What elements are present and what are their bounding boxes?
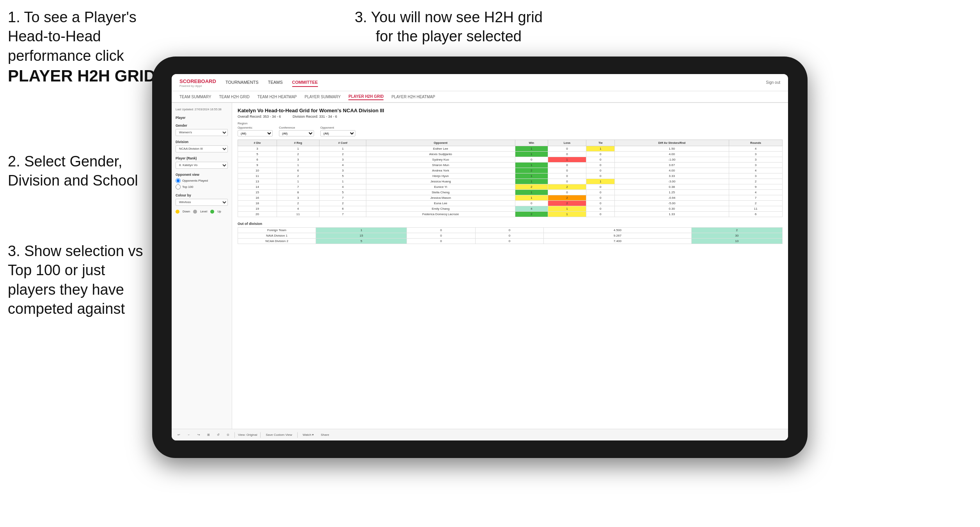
td-rounds: 4 <box>729 168 782 173</box>
td-loss: 1 <box>548 157 586 163</box>
toolbar-redo[interactable]: ↪ <box>195 432 202 437</box>
instruction-topright: 3. You will now see H2H grid for the pla… <box>351 8 546 46</box>
main-content: Last Updated: 27/03/2024 16:55:38 Player… <box>172 103 788 429</box>
nav-teams[interactable]: TEAMS <box>268 78 283 87</box>
td-div: 9 <box>238 163 277 168</box>
td-tie: 0 <box>586 184 615 190</box>
td-tie: 1 <box>586 179 615 184</box>
td-rounds: 3 <box>729 163 782 168</box>
filter-conf-select[interactable]: (All) <box>279 130 314 136</box>
toolbar-share[interactable]: Share <box>319 432 331 437</box>
table-row: 19 4 6 Emily Chang 4 1 0 0.30 11 <box>238 206 783 212</box>
sidebar-player-section: Player <box>176 116 228 120</box>
td-ood-tie: 0 <box>475 233 543 239</box>
td-win: 0 <box>515 201 548 206</box>
td-conf: 3 <box>320 168 366 173</box>
td-rounds: 3 <box>729 157 782 163</box>
th-div: # Div <box>238 140 277 146</box>
td-reg: 4 <box>277 206 319 212</box>
th-rounds: Rounds <box>729 140 782 146</box>
td-rounds: 9 <box>729 184 782 190</box>
td-reg: 2 <box>277 152 319 157</box>
td-ood-tie: 0 <box>475 239 543 244</box>
th-loss: Loss <box>548 140 586 146</box>
table-row: 18 2 2 Euna Lee 0 2 0 -5.00 2 <box>238 201 783 206</box>
td-rounds: 11 <box>729 206 782 212</box>
toolbar-watch[interactable]: Watch ▾ <box>301 432 316 437</box>
sidebar-colour-label: Colour by <box>176 193 228 197</box>
nav-committee[interactable]: COMMITTEE <box>292 78 318 87</box>
toolbar-grid[interactable]: ⊞ <box>205 432 212 437</box>
subnav-team-h2h-heatmap[interactable]: TEAM H2H HEATMAP <box>257 94 297 100</box>
toolbar-save[interactable]: Save Custom View <box>264 432 294 437</box>
toolbar-target[interactable]: ⊙ <box>225 432 231 437</box>
table-row: 6 3 3 Sydney Kuo 0 1 0 -1.00 3 <box>238 157 783 163</box>
tablet: SCOREBOARD Powered by clippd TOURNAMENTS… <box>152 57 808 458</box>
td-reg: 11 <box>277 212 319 217</box>
td-diff: 0.38 <box>615 184 729 190</box>
instruction-text-1: 1. To see a Player's Head-to-Head perfor… <box>8 9 137 64</box>
legend-label-down: Down <box>183 210 190 213</box>
data-records: Overall Record: 353 - 34 - 6 Division Re… <box>238 115 783 118</box>
toolbar-sep3 <box>297 432 298 438</box>
table-row: 15 8 5 Stella Cheng 1 0 0 1.25 4 <box>238 190 783 195</box>
td-tie: 0 <box>586 212 615 217</box>
subnav-player-summary[interactable]: PLAYER SUMMARY <box>305 94 341 100</box>
td-div: 20 <box>238 212 277 217</box>
sidebar-radio-opponents[interactable]: Opponents Played <box>176 178 228 183</box>
logo-text: SCOREBOARD <box>179 78 216 84</box>
subnav-player-h2h-heatmap[interactable]: PLAYER H2H HEATMAP <box>391 94 435 100</box>
logo: SCOREBOARD Powered by clippd <box>179 78 218 87</box>
td-ood-rounds: 10 <box>691 239 782 244</box>
td-conf: 2 <box>320 201 366 206</box>
toolbar-refresh[interactable]: ↺ <box>215 432 222 437</box>
toolbar-back[interactable]: ← <box>185 432 192 437</box>
logo-subtext: Powered by clippd <box>179 85 218 87</box>
td-reg: 2 <box>277 173 319 179</box>
filter-region-select[interactable]: (All) <box>238 130 273 136</box>
out-of-div-table: Foreign Team 1 0 0 4.500 2 NAIA Division… <box>238 227 783 244</box>
filter-conference: Conference (All) <box>279 126 314 136</box>
td-reg: 1 <box>277 146 319 152</box>
td-opponent: Stella Cheng <box>366 190 515 195</box>
td-ood-name: NAIA Division 1 <box>238 233 316 239</box>
td-conf: 4 <box>320 163 366 168</box>
td-win: 1 <box>515 173 548 179</box>
td-conf: 2 <box>320 152 366 157</box>
nav-tournaments[interactable]: TOURNAMENTS <box>225 78 259 87</box>
td-opponent: Jessica Mason <box>366 195 515 201</box>
td-diff: 3.67 <box>615 163 729 168</box>
td-div: 5 <box>238 152 277 157</box>
td-ood-diff: 9.267 <box>544 233 691 239</box>
subnav-player-h2h-grid[interactable]: PLAYER H2H GRID <box>348 94 383 100</box>
sidebar-updated: Last Updated: 27/03/2024 16:55:38 <box>176 108 228 112</box>
legend-dot-up <box>210 210 214 214</box>
subnav-team-summary[interactable]: TEAM SUMMARY <box>179 94 211 100</box>
sidebar-division-select[interactable]: NCAA Division III <box>176 145 228 152</box>
sidebar-player-rank-select[interactable]: 8. Katelyn Vo <box>176 162 228 169</box>
toolbar-undo[interactable]: ↩ <box>176 432 182 437</box>
nav-signin[interactable]: Sign out <box>766 80 780 85</box>
td-div: 18 <box>238 201 277 206</box>
subnav-team-h2h-grid[interactable]: TEAM H2H GRID <box>219 94 250 100</box>
td-rounds: 6 <box>729 212 782 217</box>
instruction-midleft: 2. Select Gender, Division and School <box>8 152 148 191</box>
td-diff: 4.00 <box>615 168 729 173</box>
sidebar-opponent-view-label: Opponent view <box>176 173 228 177</box>
td-opponent: Eunice Yi <box>366 184 515 190</box>
sidebar-colour-select[interactable]: Win/loss <box>176 199 228 206</box>
sidebar-gender-select[interactable]: Women's <box>176 129 228 136</box>
filter-opp-select[interactable]: (All) <box>320 130 355 136</box>
td-ood-loss: 0 <box>407 239 475 244</box>
td-diff: 3.33 <box>615 173 729 179</box>
td-win: 1 <box>515 195 548 201</box>
td-win: 2 <box>515 212 548 217</box>
instruction-bottomleft: 3. Show selection vs Top 100 or just pla… <box>8 242 156 319</box>
td-diff: -3.00 <box>615 179 729 184</box>
td-conf: 1 <box>320 179 366 184</box>
navbar: SCOREBOARD Powered by clippd TOURNAMENTS… <box>172 74 788 91</box>
td-reg: 1 <box>277 179 319 184</box>
sidebar-radio-top100[interactable]: Top 100 <box>176 184 228 189</box>
overall-record: Overall Record: 353 - 34 - 6 <box>238 115 281 118</box>
td-tie: 0 <box>586 201 615 206</box>
